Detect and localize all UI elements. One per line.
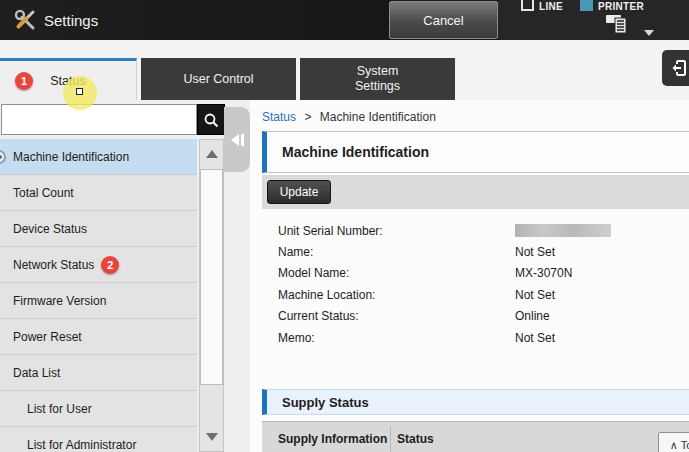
sidebar-item-label: Data List bbox=[13, 366, 60, 380]
selected-marker-icon bbox=[0, 150, 6, 164]
cancel-button[interactable]: Cancel bbox=[389, 1, 498, 39]
column-status: Status bbox=[397, 432, 434, 446]
sidebar-item-power-reset[interactable]: Power Reset bbox=[0, 319, 197, 355]
column-divider bbox=[390, 426, 391, 452]
scrollbar-thumb[interactable] bbox=[200, 169, 223, 385]
app-title-group: Settings bbox=[14, 0, 98, 40]
tab-user-control[interactable]: User Control bbox=[141, 58, 296, 100]
login-button[interactable]: A bbox=[662, 50, 689, 86]
sidebar-scrollbar bbox=[199, 139, 224, 452]
field-value: Online bbox=[515, 309, 550, 323]
tab-bar: 1 Status User Control System Settings bbox=[0, 58, 689, 100]
line-label: LINE bbox=[539, 1, 563, 12]
collapse-bar-icon bbox=[241, 134, 244, 146]
sidebar-collapse-button[interactable] bbox=[224, 107, 250, 172]
sidebar-item-label: Machine Identification bbox=[13, 150, 129, 164]
tab-system-settings[interactable]: System Settings bbox=[300, 58, 455, 100]
field-row-current-status: Current Status: Online bbox=[278, 306, 678, 327]
field-row-name: Name: Not Set bbox=[278, 241, 678, 262]
sidebar-item-list-for-administrator[interactable]: List for Administrator bbox=[0, 427, 197, 452]
sidebar-item-label: List for User bbox=[27, 402, 92, 416]
main-content: Status > Machine Identification Machine … bbox=[250, 100, 689, 452]
search-icon bbox=[203, 112, 219, 128]
printer-indicator: PRINTER bbox=[580, 0, 644, 12]
toolbar: Update bbox=[262, 175, 689, 209]
field-label: Current Status: bbox=[278, 309, 515, 323]
field-label: Machine Location: bbox=[278, 288, 515, 302]
arrow-up-icon bbox=[206, 150, 218, 158]
arrow-down-icon bbox=[206, 433, 218, 441]
sidebar-item-list-for-user[interactable]: List for User bbox=[0, 391, 197, 427]
search-button[interactable] bbox=[197, 104, 225, 135]
cursor-icon bbox=[76, 88, 83, 95]
supply-status-header: Supply Status bbox=[262, 389, 689, 415]
breadcrumb-status-link[interactable]: Status bbox=[262, 110, 296, 124]
field-row-memo: Memo: Not Set bbox=[278, 327, 678, 348]
settings-tools-icon bbox=[14, 9, 36, 31]
status-dropdown-arrow-icon[interactable] bbox=[644, 30, 654, 36]
sidebar-item-network-status[interactable]: Network Status 2 bbox=[0, 247, 197, 283]
sidebar-item-data-list[interactable]: Data List bbox=[0, 355, 197, 391]
machine-info-fields: Unit Serial Number: Name: Not Set Model … bbox=[278, 220, 678, 348]
scroll-down-button[interactable] bbox=[200, 423, 223, 451]
field-label: Name: bbox=[278, 245, 515, 259]
update-button[interactable]: Update bbox=[267, 180, 331, 204]
collapse-left-icon bbox=[231, 134, 239, 146]
sidebar-item-label: Device Status bbox=[13, 222, 87, 236]
printer-status-icon bbox=[605, 13, 631, 35]
breadcrumb-current: Machine Identification bbox=[320, 110, 436, 124]
sidebar-item-total-count[interactable]: Total Count bbox=[0, 175, 197, 211]
field-row-model-name: Model Name: MX-3070N bbox=[278, 263, 678, 284]
supply-table-header: Supply Information Status ∧ To bbox=[262, 421, 689, 452]
tab-user-control-label: User Control bbox=[183, 72, 253, 86]
tab-system-settings-label: System Settings bbox=[355, 64, 400, 94]
printer-checkbox[interactable] bbox=[580, 0, 593, 11]
field-label: Model Name: bbox=[278, 266, 515, 280]
app-title: Settings bbox=[44, 12, 98, 29]
serial-number-redacted bbox=[515, 224, 611, 237]
field-label: Unit Serial Number: bbox=[278, 224, 515, 238]
scroll-up-button[interactable] bbox=[200, 140, 223, 168]
to-top-button[interactable]: ∧ To bbox=[658, 432, 689, 452]
breadcrumb-separator: > bbox=[304, 110, 311, 124]
sidebar-item-label: Network Status bbox=[13, 258, 94, 272]
section-title: Machine Identification bbox=[282, 144, 429, 160]
top-bar: Settings Cancel LINE PRINTER bbox=[0, 0, 689, 40]
line-checkbox[interactable] bbox=[521, 0, 534, 11]
sidebar-nav: Machine Identification Total Count Devic… bbox=[0, 139, 197, 452]
field-value: Not Set bbox=[515, 245, 555, 259]
step-badge-1: 1 bbox=[15, 72, 33, 90]
printer-label: PRINTER bbox=[598, 1, 644, 12]
field-label: Memo: bbox=[278, 331, 515, 345]
field-row-serial: Unit Serial Number: bbox=[278, 220, 678, 241]
sidebar-item-device-status[interactable]: Device Status bbox=[0, 211, 197, 247]
click-highlight-marker bbox=[63, 76, 97, 110]
breadcrumb: Status > Machine Identification bbox=[262, 110, 436, 124]
step-badge-2: 2 bbox=[101, 256, 119, 274]
field-value: Not Set bbox=[515, 288, 555, 302]
sidebar: Machine Identification Total Count Devic… bbox=[0, 100, 250, 452]
field-value: MX-3070N bbox=[515, 266, 572, 280]
search-input[interactable] bbox=[1, 104, 197, 135]
supply-status-title: Supply Status bbox=[282, 395, 369, 410]
sidebar-item-label: Firmware Version bbox=[13, 294, 106, 308]
section-header: Machine Identification bbox=[262, 131, 689, 173]
column-supply-information: Supply Information bbox=[278, 432, 387, 446]
login-icon bbox=[670, 59, 688, 77]
sidebar-item-label: Total Count bbox=[13, 186, 74, 200]
sidebar-item-label: Power Reset bbox=[13, 330, 82, 344]
sidebar-item-label: List for Administrator bbox=[27, 438, 136, 452]
field-row-machine-location: Machine Location: Not Set bbox=[278, 284, 678, 305]
line-indicator: LINE bbox=[521, 0, 563, 12]
sidebar-item-firmware-version[interactable]: Firmware Version bbox=[0, 283, 197, 319]
sidebar-item-machine-identification[interactable]: Machine Identification bbox=[0, 139, 197, 175]
settings-screen: Settings Cancel LINE PRINTER 1 Status Us… bbox=[0, 0, 689, 452]
field-value: Not Set bbox=[515, 331, 555, 345]
